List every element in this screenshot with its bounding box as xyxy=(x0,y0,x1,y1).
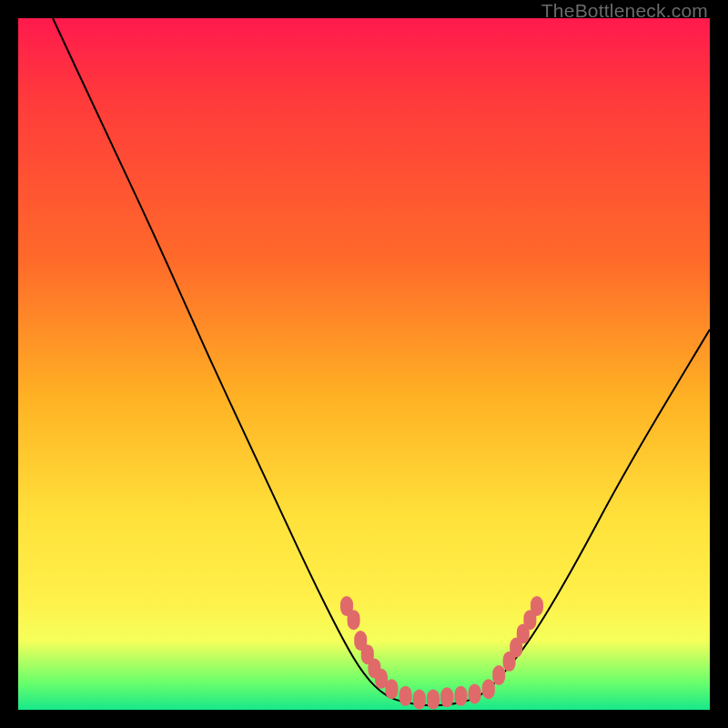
chart-svg xyxy=(18,18,710,710)
data-marker xyxy=(469,684,481,704)
data-marker xyxy=(440,687,453,707)
markers-layer xyxy=(340,596,543,710)
data-marker xyxy=(348,610,360,630)
data-marker xyxy=(427,690,440,710)
plot-area xyxy=(18,18,710,710)
curve-layer xyxy=(53,18,710,705)
data-marker xyxy=(482,679,495,699)
data-marker xyxy=(531,596,543,616)
data-marker xyxy=(413,690,426,710)
app-frame: TheBottleneck.com xyxy=(0,0,728,728)
data-marker xyxy=(385,679,398,699)
data-marker xyxy=(454,686,467,706)
data-marker xyxy=(399,686,412,706)
data-marker xyxy=(492,665,505,685)
bottleneck-curve xyxy=(53,18,710,705)
